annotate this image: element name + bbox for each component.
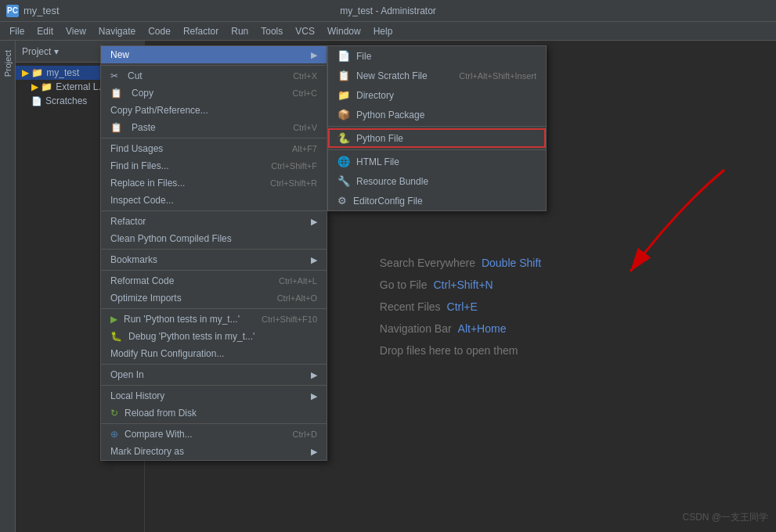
project-tab-label[interactable]: Project [2, 47, 14, 80]
ctx-item-copy-path[interactable]: Copy Path/Reference... [101, 102, 327, 119]
scratch-icon: 📋 [337, 70, 350, 81]
ctx-clean-label: Clean Python Compiled Files [110, 233, 232, 244]
ctx-sep-6 [101, 308, 327, 309]
ctx-item-compare[interactable]: ⊕ Compare With... Ctrl+D [101, 426, 327, 443]
ctx-find-files-label: Find in Files... [110, 160, 169, 171]
editorconfig-icon: ⚙ [337, 195, 347, 207]
ctx-item-paste[interactable]: 📋 Paste Ctrl+V [101, 119, 327, 136]
menu-help[interactable]: Help [367, 24, 399, 38]
html-icon: 🌐 [337, 156, 350, 167]
ctx-open-in-arrow: ▶ [311, 370, 317, 380]
goto-file-row: Go to File Ctrl+Shift+N [380, 279, 541, 291]
ctx-item-replace-files[interactable]: Replace in Files... Ctrl+Shift+R [101, 174, 327, 192]
ctx-open-in-label: Open In [110, 369, 144, 380]
ctx-copy-path-label: Copy Path/Reference... [110, 105, 208, 116]
red-arrow [599, 162, 756, 318]
sub-sep-1 [328, 126, 546, 127]
ctx-item-optimize[interactable]: Optimize Imports Ctrl+Alt+O [101, 289, 327, 307]
ctx-item-local-history[interactable]: Local History ▶ [101, 387, 327, 404]
menu-run[interactable]: Run [225, 24, 254, 38]
side-tab: Project [0, 41, 16, 532]
ctx-local-history-arrow: ▶ [311, 391, 317, 401]
ctx-copy-shortcut: Ctrl+C [293, 88, 317, 98]
tree-item-scratches-label: Scratches [45, 95, 87, 106]
ctx-reload-label: ↻ Reload from Disk [110, 408, 197, 419]
ctx-debug-label: 🐛 Debug 'Python tests in my_t...' [110, 331, 254, 342]
ctx-sep-8 [101, 385, 327, 386]
nav-bar-row: Navigation Bar Alt+Home [380, 322, 541, 335]
ctx-item-copy[interactable]: 📋 Copy Ctrl+C [101, 84, 327, 102]
context-menu: New ▶ ✂ Cut Ctrl+X 📋 Copy Ctrl+C Copy Pa… [100, 45, 327, 461]
menu-tools[interactable]: Tools [254, 24, 289, 38]
ctx-item-debug[interactable]: 🐛 Debug 'Python tests in my_t...' [101, 328, 327, 345]
ctx-bookmarks-arrow: ▶ [311, 255, 317, 265]
submenu-new: 📄 File 📋 New Scratch File Ctrl+Alt+Shift… [327, 45, 547, 211]
ctx-sep-5 [101, 270, 327, 271]
ctx-item-reformat[interactable]: Reformat Code Ctrl+Alt+L [101, 272, 327, 289]
ctx-item-cut[interactable]: ✂ Cut Ctrl+X [101, 67, 327, 84]
ctx-item-clean[interactable]: Clean Python Compiled Files [101, 230, 327, 247]
nav-bar-shortcut: Alt+Home [458, 322, 507, 335]
ctx-item-run[interactable]: ▶ Run 'Python tests in my_t...' Ctrl+Shi… [101, 311, 327, 328]
sub-python-package-label: Python Package [356, 110, 424, 120]
ctx-sep-3 [101, 210, 327, 211]
ctx-item-bookmarks[interactable]: Bookmarks ▶ [101, 251, 327, 268]
drop-files-label: Drop files here to open them [380, 344, 541, 357]
search-everywhere-label: Search Everywhere [380, 257, 475, 269]
sub-sep-2 [328, 149, 546, 150]
ctx-run-shortcut: Ctrl+Shift+F10 [262, 315, 317, 324]
ctx-refactor-arrow: ▶ [311, 217, 317, 227]
ctx-item-new[interactable]: New ▶ [101, 46, 327, 63]
ctx-paste-shortcut: Ctrl+V [293, 123, 317, 132]
ctx-optimize-shortcut: Ctrl+Alt+O [277, 293, 317, 303]
ctx-sep-1 [101, 65, 327, 66]
ctx-sep-7 [101, 364, 327, 365]
ctx-run-label: ▶ Run 'Python tests in my_t...' [110, 314, 240, 325]
sub-item-html-file[interactable]: 🌐 HTML File [328, 152, 546, 171]
ctx-replace-files-shortcut: Ctrl+Shift+R [270, 178, 317, 188]
ctx-item-reload[interactable]: ↻ Reload from Disk [101, 404, 327, 422]
sub-html-file-label: HTML File [356, 156, 399, 167]
ctx-modify-run-label: Modify Run Configuration... [110, 348, 224, 359]
resource-icon: 🔧 [337, 175, 350, 187]
sub-item-python-package[interactable]: 📦 Python Package [328, 105, 546, 124]
sub-new-scratch-label: New Scratch File [356, 70, 428, 81]
ctx-new-label: New [110, 49, 129, 60]
ctx-new-arrow: ▶ [311, 50, 317, 60]
menu-code[interactable]: Code [142, 24, 177, 38]
menu-window[interactable]: Window [321, 24, 367, 38]
ctx-item-mark-dir[interactable]: Mark Directory as ▶ [101, 443, 327, 460]
sub-item-new-scratch[interactable]: 📋 New Scratch File Ctrl+Alt+Shift+Insert [328, 66, 546, 85]
ctx-item-find-files[interactable]: Find in Files... Ctrl+Shift+F [101, 157, 327, 174]
goto-file-label: Go to File [380, 279, 428, 291]
ctx-item-modify-run[interactable]: Modify Run Configuration... [101, 345, 327, 362]
app-logo: PC [6, 5, 19, 17]
sub-item-editorconfig[interactable]: ⚙ EditorConfig File [328, 191, 546, 210]
python-icon: 🐍 [337, 132, 350, 144]
sub-item-directory[interactable]: 📁 Directory [328, 85, 546, 105]
ctx-reformat-shortcut: Ctrl+Alt+L [279, 276, 317, 286]
menu-vcs[interactable]: VCS [289, 24, 321, 38]
sub-item-resource-bundle[interactable]: 🔧 Resource Bundle [328, 171, 546, 191]
sub-editorconfig-label: EditorConfig File [353, 196, 423, 207]
menu-edit[interactable]: Edit [31, 24, 60, 38]
ctx-mark-dir-arrow: ▶ [311, 447, 317, 457]
ctx-mark-dir-label: Mark Directory as [110, 446, 184, 457]
menu-navigate[interactable]: Navigate [92, 24, 142, 38]
sub-item-file[interactable]: 📄 File [328, 46, 546, 66]
ctx-refactor-label: Refactor [110, 216, 146, 227]
ctx-item-inspect[interactable]: Inspect Code... [101, 192, 327, 209]
ctx-item-open-in[interactable]: Open In ▶ [101, 366, 327, 383]
watermark: CSDN @一支王同学 [682, 511, 768, 524]
menu-view[interactable]: View [60, 24, 92, 38]
sub-item-python-file[interactable]: 🐍 Python File [328, 128, 546, 148]
ctx-compare-shortcut: Ctrl+D [293, 430, 317, 439]
ctx-optimize-label: Optimize Imports [110, 293, 182, 304]
ctx-item-find-usages[interactable]: Find Usages Alt+F7 [101, 140, 327, 157]
ctx-find-usages-label: Find Usages [110, 143, 163, 154]
menu-refactor[interactable]: Refactor [177, 24, 225, 38]
menu-file[interactable]: File [3, 24, 31, 38]
ctx-sep-2 [101, 138, 327, 138]
goto-file-shortcut: Ctrl+Shift+N [433, 279, 493, 291]
ctx-item-refactor[interactable]: Refactor ▶ [101, 213, 327, 230]
